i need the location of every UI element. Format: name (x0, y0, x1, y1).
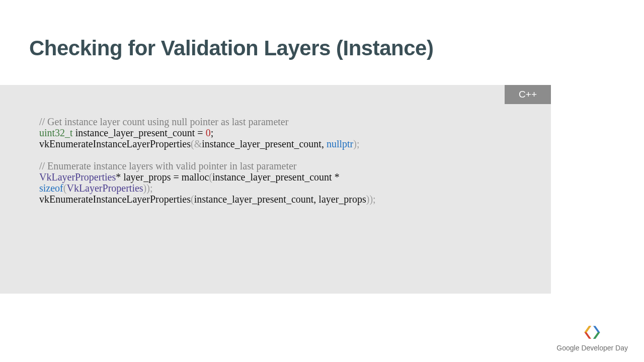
slide-title: Checking for Validation Layers (Instance… (29, 36, 433, 60)
code-number: 0 (206, 127, 211, 138)
language-badge: C++ (505, 85, 551, 104)
code-punc: = (197, 127, 205, 138)
code-ident: layer_props (318, 194, 366, 205)
code-class: VkLayerProperties (39, 171, 116, 183)
code-class: VkLayerProperties (66, 183, 143, 194)
code-keyword: nullptr (327, 138, 353, 149)
svg-marker-1 (585, 326, 592, 332)
code-ident: layer_props (123, 171, 173, 183)
code-punc: ); (353, 138, 359, 149)
code-ident: vkEnumerateInstanceLayerProperties (39, 194, 191, 205)
code-punc: ; (211, 127, 214, 138)
code-keyword: sizeof (39, 183, 63, 194)
code-ident: vkEnumerateInstanceLayerProperties (39, 138, 191, 149)
code-comment: // Enumerate instance layers with valid … (39, 160, 296, 171)
code-punc: )); (366, 194, 376, 205)
code-punc: (& (191, 138, 202, 149)
chevron-logo-icon (582, 324, 602, 341)
code-punc: , (321, 138, 327, 149)
code-block: // Get instance layer count using null p… (39, 116, 376, 205)
code-ident: instance_layer_present_count (202, 138, 321, 149)
code-ident: = malloc (174, 171, 209, 183)
footer-brand-2: Developer Day (580, 344, 628, 352)
footer-brand-1: Google (556, 344, 579, 352)
code-punc: ( (191, 194, 194, 205)
code-punc: )); (143, 183, 153, 194)
code-punc: , (313, 194, 318, 205)
footer-text: Google Developer Day (556, 344, 628, 352)
code-punc: ( (209, 171, 212, 183)
code-type: uint32_t (39, 127, 73, 138)
code-ident: instance_layer_present_count (194, 194, 314, 205)
code-comment: // Get instance layer count using null p… (39, 116, 288, 127)
code-ident: instance_layer_present_count * (212, 171, 340, 183)
footer-brand: Google Developer Day (556, 324, 628, 352)
code-panel: C++ // Get instance layer count using nu… (0, 85, 551, 294)
svg-marker-3 (593, 332, 600, 339)
slide: Checking for Validation Layers (Instance… (0, 0, 644, 362)
code-punc: * (116, 171, 123, 183)
code-ident: instance_layer_present_count (73, 127, 198, 138)
